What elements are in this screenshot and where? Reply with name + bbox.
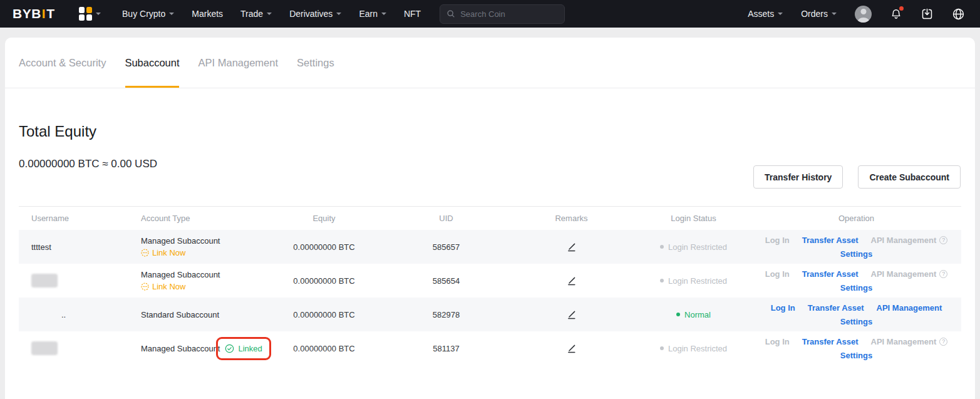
create-subaccount-button[interactable]: Create Subaccount xyxy=(858,165,961,189)
chevron-down-icon xyxy=(336,13,341,15)
chevron-down-icon xyxy=(381,13,386,15)
status-label: Login Restricted xyxy=(668,242,727,252)
transfer-asset-link[interactable]: Transfer Asset xyxy=(802,337,859,346)
logo-accent-i: I xyxy=(42,6,46,21)
link-now-button[interactable]: Link Now xyxy=(141,248,263,257)
settings-link[interactable]: Settings xyxy=(840,351,872,360)
page-title: Total Equity xyxy=(19,122,961,141)
nav-item-assets[interactable]: Assets xyxy=(748,9,783,19)
link-pending-icon xyxy=(141,249,149,257)
redacted-username xyxy=(31,341,58,355)
nav-item-trade[interactable]: Trade xyxy=(240,9,272,19)
settings-link[interactable]: Settings xyxy=(840,317,872,326)
status-label: Login Restricted xyxy=(668,276,727,286)
chevron-down-icon xyxy=(832,13,837,15)
search-icon xyxy=(446,9,455,19)
uid-cell: 585657 xyxy=(385,242,507,252)
log-in-link[interactable]: Log In xyxy=(765,269,790,279)
nav-item-earn[interactable]: Earn xyxy=(359,9,386,19)
tab-subaccount[interactable]: Subaccount xyxy=(125,38,179,88)
username: .. xyxy=(31,310,66,319)
chevron-down-icon xyxy=(778,13,783,15)
bybit-logo[interactable]: BYBIT xyxy=(13,6,55,21)
nav-item-nft[interactable]: NFT xyxy=(404,9,421,19)
link-pending-icon xyxy=(141,282,149,291)
status-dot-icon xyxy=(660,245,664,249)
transfer-asset-link[interactable]: Transfer Asset xyxy=(808,303,864,313)
table-row: .. Standard Subaccount 0.00000000 BTC 58… xyxy=(19,298,961,331)
search-input[interactable] xyxy=(460,9,558,19)
chevron-down-icon xyxy=(96,13,101,15)
settings-link[interactable]: Settings xyxy=(840,249,872,259)
log-in-link[interactable]: Log In xyxy=(765,337,790,346)
operations-cell: Log In Transfer Asset API Management ? S… xyxy=(751,303,961,326)
login-status-cell: Login Restricted xyxy=(636,344,751,353)
link-now-label: Link Now xyxy=(152,248,185,257)
api-management-link[interactable]: API Management xyxy=(871,337,937,346)
help-circle-icon[interactable]: ? xyxy=(939,236,947,244)
uid-cell: 582978 xyxy=(385,310,507,319)
logo-text: BYB xyxy=(13,6,41,21)
account-type: Managed Subaccount xyxy=(141,344,220,353)
tab-api-management[interactable]: API Management xyxy=(199,38,279,88)
edit-remarks-icon[interactable] xyxy=(566,242,577,252)
user-avatar[interactable] xyxy=(855,6,872,23)
equity-cell: 0.00000000 BTC xyxy=(263,344,385,353)
log-in-link[interactable]: Log In xyxy=(771,303,795,313)
api-management-link[interactable]: API Management xyxy=(871,236,937,245)
apps-menu-button[interactable] xyxy=(79,7,101,21)
tab-account-security[interactable]: Account & Security xyxy=(19,38,106,88)
status-dot-icon xyxy=(660,279,664,282)
nav-item-orders[interactable]: Orders xyxy=(801,9,837,19)
coin-search-box[interactable] xyxy=(440,4,565,24)
subaccount-table: Username Account Type Equity UID Remarks… xyxy=(19,206,961,365)
settings-link[interactable]: Settings xyxy=(840,283,872,293)
edit-remarks-icon[interactable] xyxy=(566,343,577,354)
help-circle-icon[interactable]: ? xyxy=(939,338,947,346)
header-operation: Operation xyxy=(751,214,961,223)
main-nav: Buy Crypto Markets Trade Derivatives Ear… xyxy=(122,9,421,19)
login-status-cell: Login Restricted xyxy=(636,242,751,252)
transfer-history-button[interactable]: Transfer History xyxy=(753,165,843,189)
help-circle-icon[interactable]: ? xyxy=(939,270,947,278)
equity-cell: 0.00000000 BTC xyxy=(263,276,385,286)
check-circle-icon xyxy=(225,344,234,353)
nav-item-derivatives[interactable]: Derivatives xyxy=(289,9,341,19)
notification-bell-icon[interactable] xyxy=(890,8,902,20)
linked-badge: Linked xyxy=(216,337,271,360)
table-header: Username Account Type Equity UID Remarks… xyxy=(19,207,961,230)
notification-badge xyxy=(899,6,904,11)
nav-item-markets[interactable]: Markets xyxy=(192,9,223,19)
header-account-type: Account Type xyxy=(138,214,263,223)
transfer-asset-link[interactable]: Transfer Asset xyxy=(802,236,859,245)
transfer-asset-link[interactable]: Transfer Asset xyxy=(802,269,859,279)
redacted-username xyxy=(31,274,58,288)
nav-item-buy-crypto[interactable]: Buy Crypto xyxy=(122,9,174,19)
status-dot-icon xyxy=(676,313,680,316)
edit-remarks-icon[interactable] xyxy=(566,309,577,320)
operations-cell: Log In Transfer Asset API Management ? S… xyxy=(751,269,961,293)
header-login-status: Login Status xyxy=(636,214,751,223)
uid-cell: 581137 xyxy=(385,344,507,353)
username: ttttest xyxy=(31,242,51,252)
link-now-button[interactable]: Link Now xyxy=(141,282,263,291)
language-globe-icon[interactable] xyxy=(952,8,965,21)
account-type: Managed Subaccount xyxy=(141,236,220,246)
log-in-link[interactable]: Log In xyxy=(765,236,790,245)
header-username: Username xyxy=(19,214,138,223)
table-row: ttttest Managed Subaccount Link Now Link… xyxy=(19,230,961,264)
status-label: Normal xyxy=(684,310,711,319)
table-body: ttttest Managed Subaccount Link Now Link… xyxy=(19,230,961,365)
download-app-icon[interactable] xyxy=(921,8,934,21)
api-management-link[interactable]: API Management xyxy=(877,303,942,313)
login-status-cell: Login Restricted xyxy=(636,276,751,286)
status-dot-icon xyxy=(660,346,664,350)
header-remarks: Remarks xyxy=(507,214,636,223)
tab-settings[interactable]: Settings xyxy=(297,38,334,88)
linked-label: Linked xyxy=(238,344,262,353)
logo-text-end: T xyxy=(46,6,54,21)
equity-section: Total Equity 0.00000000 BTC ≈ 0.00 USD xyxy=(5,122,975,170)
equity-cell: 0.00000000 BTC xyxy=(263,242,385,252)
api-management-link[interactable]: API Management xyxy=(871,269,937,279)
edit-remarks-icon[interactable] xyxy=(566,276,577,286)
